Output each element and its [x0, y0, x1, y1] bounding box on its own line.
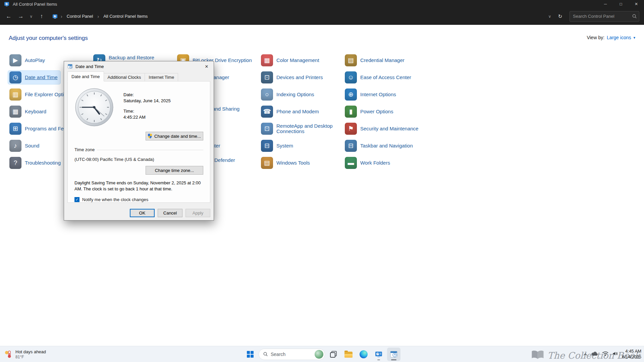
change-time-zone-button[interactable]: Change time zone...: [146, 166, 203, 175]
control-panel-item-icon: ♪: [9, 140, 21, 152]
control-panel-item[interactable]: ▶ AutoPlay: [8, 54, 48, 67]
search-input[interactable]: [573, 14, 632, 19]
control-panel-item-icon: ▬: [345, 157, 357, 169]
control-panel-item-label: Internet Options: [360, 92, 396, 97]
timezone-group-label: Time zone: [74, 147, 95, 152]
control-panel-item[interactable]: ☺ Ease of Access Center: [343, 71, 414, 84]
control-panel-item[interactable]: ▬ Work Folders: [343, 156, 393, 170]
control-panel-item-icon: ⊟: [345, 140, 357, 152]
control-panel-item-icon: ⊞: [9, 123, 21, 135]
control-panel-item-label: Sound: [25, 143, 39, 148]
control-panel-item[interactable]: ⊡ Devices and Printers: [260, 71, 325, 84]
dst-notice: Daylight Saving Time ends on Sunday, Nov…: [74, 180, 203, 192]
breadcrumb: › Control Panel › All Control Panel Item…: [52, 11, 541, 22]
control-panel-taskbar-button[interactable]: [372, 348, 385, 361]
apply-button[interactable]: Apply: [185, 209, 210, 217]
edge-icon: [360, 350, 368, 358]
search-box: [570, 11, 639, 22]
control-panel-item[interactable]: ⊟ Taskbar and Navigation: [343, 139, 416, 153]
back-button[interactable]: ←: [3, 10, 15, 22]
control-panel-item[interactable]: ▤ Windows Tools: [260, 156, 313, 170]
notify-checkbox[interactable]: [74, 197, 79, 202]
weather-icon: [4, 350, 13, 359]
tray-clock[interactable]: 4:45 AM 6/14/2025: [622, 349, 641, 360]
forward-button[interactable]: →: [15, 10, 27, 22]
edge-button[interactable]: [357, 348, 370, 361]
date-time-taskbar-button[interactable]: [387, 348, 400, 361]
control-panel-item[interactable]: ☎ Phone and Modem: [260, 105, 322, 118]
control-panel-item-icon: ☎: [261, 106, 273, 118]
change-date-time-button[interactable]: Change date and time...: [146, 132, 203, 140]
uac-shield-icon: [148, 134, 152, 138]
ok-button[interactable]: OK: [130, 209, 155, 217]
change-date-time-label: Change date and time...: [154, 134, 201, 139]
minimize-button[interactable]: ─: [598, 0, 613, 8]
maximize-button[interactable]: □: [613, 0, 629, 8]
control-panel-item-label: Date and Time: [25, 75, 58, 80]
control-panel-item[interactable]: ▮ Power Options: [343, 105, 396, 118]
tray-time: 4:45 AM: [622, 349, 641, 354]
file-explorer-button[interactable]: [342, 348, 355, 361]
taskbar-search-label: Search: [271, 352, 312, 357]
control-panel-item-label: Credential Manager: [360, 58, 405, 63]
control-panel-item[interactable]: ▤ Credential Manager: [343, 54, 407, 67]
control-panel-item[interactable]: ⊟ System: [260, 139, 296, 153]
cancel-button[interactable]: Cancel: [158, 209, 182, 217]
notify-checkbox-label: Notify me when the clock changes: [82, 197, 148, 202]
close-button[interactable]: ✕: [629, 0, 644, 8]
control-panel-item[interactable]: ⊡ RemoteApp and Desktop Connections: [260, 122, 343, 135]
tab-additional-clocks[interactable]: Additional Clocks: [104, 73, 145, 81]
control-panel-item-icon: ▶: [9, 54, 21, 66]
widgets-button[interactable]: Hot days ahead 81°F: [4, 346, 46, 362]
tab-internet-time[interactable]: Internet Time: [145, 73, 178, 81]
dialog-tab-page: Date: Saturday, June 14, 2025 Time: 4:45…: [67, 81, 210, 203]
control-panel-item[interactable]: ⊕ Internet Options: [343, 88, 399, 101]
search-highlight-image: [315, 350, 323, 359]
control-panel-item[interactable]: ⚑ Security and Maintenance: [343, 122, 421, 135]
volume-icon[interactable]: [612, 351, 618, 358]
control-panel-item-icon: ◷: [9, 71, 21, 83]
chevron-right-icon: ›: [97, 14, 99, 19]
breadcrumb-all-items[interactable]: All Control Panel Items: [102, 13, 149, 19]
date-time-icon: [67, 64, 73, 69]
start-button[interactable]: [244, 348, 257, 361]
network-icon[interactable]: [602, 351, 609, 358]
weather-widget: Hot days ahead 81°F: [15, 349, 46, 359]
address-dropdown-button[interactable]: ∨: [545, 10, 554, 22]
dialog-title: Date and Time: [75, 64, 104, 69]
date-value: Saturday, June 14, 2025: [123, 98, 171, 103]
tray-expand-icon[interactable]: [583, 351, 587, 357]
breadcrumb-control-panel[interactable]: Control Panel: [65, 13, 95, 19]
control-panel-item[interactable]: ♪ Sound: [8, 139, 42, 153]
taskbar-search[interactable]: Search: [259, 349, 325, 360]
control-panel-item-label: Work Folders: [360, 160, 390, 166]
dialog-close-button[interactable]: ✕: [200, 61, 214, 71]
control-panel-item-icon: ▦: [9, 106, 21, 118]
control-panel-item[interactable]: ◷ Date and Time: [8, 71, 60, 84]
file-explorer-icon: [344, 352, 353, 358]
page-title: Adjust your computer's settings: [9, 35, 88, 42]
change-time-zone-label: Change time zone...: [155, 168, 194, 173]
task-view-button[interactable]: [327, 348, 340, 361]
control-panel-item-label: Ease of Access Center: [360, 75, 411, 80]
window-controls: ─ □ ✕: [598, 0, 644, 8]
control-panel-item[interactable]: ▦ Keyboard: [8, 105, 49, 118]
control-panel-item-icon: ☺: [345, 71, 357, 83]
navigation-bar: ← → ∨ ↑ › Control Panel › All Control Pa…: [0, 8, 644, 25]
recent-locations-button[interactable]: ∨: [27, 10, 36, 22]
dialog-titlebar: Date and Time ✕: [64, 61, 214, 71]
refresh-button[interactable]: ↻: [554, 10, 566, 22]
control-panel-item[interactable]: ○ Indexing Options: [260, 88, 317, 101]
weather-headline: Hot days ahead: [15, 349, 46, 354]
control-panel-item[interactable]: ? Troubleshooting: [8, 156, 63, 170]
view-by-dropdown[interactable]: Large icons: [607, 35, 631, 40]
onedrive-cloud-icon[interactable]: [591, 351, 598, 357]
control-panel-icon: [52, 14, 58, 19]
control-panel-item-icon: ⊕: [345, 88, 357, 101]
windows-logo-icon: [247, 351, 254, 358]
tab-date-and-time[interactable]: Date and Time: [67, 71, 104, 81]
up-button[interactable]: ↑: [36, 10, 48, 22]
control-panel-item[interactable]: ▦ Color Management: [260, 54, 322, 67]
control-panel-item-icon: ⚑: [345, 123, 357, 135]
control-panel-item-icon: ▥: [9, 88, 21, 101]
